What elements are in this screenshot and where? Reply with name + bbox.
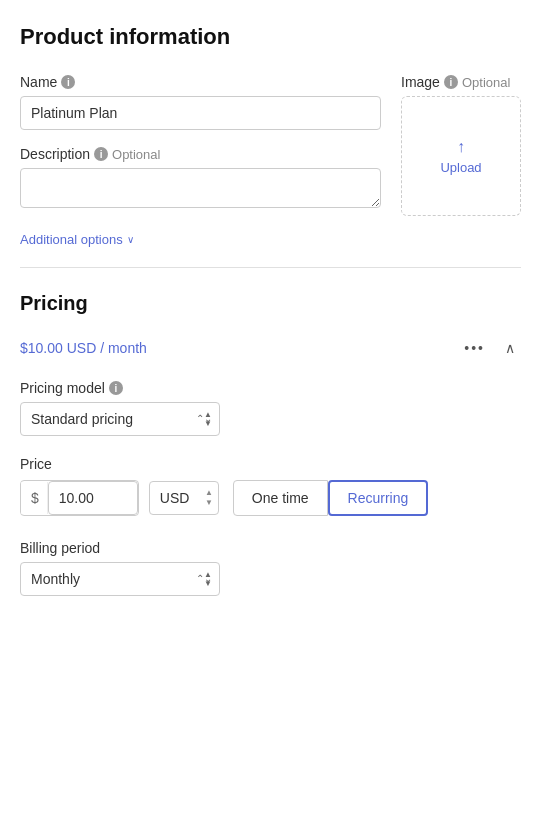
more-options-icon: ••• bbox=[464, 340, 485, 356]
currency-symbol: $ bbox=[21, 482, 48, 514]
additional-options-button[interactable]: Additional options ∨ bbox=[20, 232, 134, 247]
additional-options-chevron-icon: ∨ bbox=[127, 234, 134, 245]
billing-type-buttons: One time Recurring bbox=[233, 480, 429, 516]
price-display: $10.00 USD / month bbox=[20, 340, 147, 356]
description-info-icon: i bbox=[94, 147, 108, 161]
image-optional-label: Optional bbox=[462, 75, 510, 90]
pricing-model-select[interactable]: Standard pricing Package pricing Graduat… bbox=[20, 402, 220, 436]
description-label: Description i Optional bbox=[20, 146, 381, 162]
pricing-price-row: $10.00 USD / month ••• ∧ bbox=[20, 335, 521, 360]
one-time-button[interactable]: One time bbox=[233, 480, 328, 516]
billing-period-label: Billing period bbox=[20, 540, 521, 556]
upload-arrow-icon: ↑ bbox=[457, 138, 465, 156]
image-info-icon: i bbox=[444, 75, 458, 89]
currency-select[interactable]: USD EUR GBP CAD bbox=[149, 481, 219, 515]
price-field-wrapper: $ bbox=[20, 480, 139, 516]
pricing-collapse-button[interactable]: ∧ bbox=[499, 337, 521, 359]
price-label: Price bbox=[20, 456, 521, 472]
price-input-row: $ USD EUR GBP CAD ▲ ▼ One time Recurring bbox=[20, 480, 521, 516]
billing-period-group: Billing period Monthly Weekly Every 3 mo… bbox=[20, 540, 521, 596]
pricing-title: Pricing bbox=[20, 292, 521, 315]
price-input-group: Price $ USD EUR GBP CAD ▲ ▼ One time bbox=[20, 456, 521, 516]
recurring-button[interactable]: Recurring bbox=[328, 480, 429, 516]
billing-period-select[interactable]: Monthly Weekly Every 3 months Every 6 mo… bbox=[20, 562, 220, 596]
description-field-group: Description i Optional bbox=[20, 146, 381, 208]
pricing-actions: ••• ∧ bbox=[458, 335, 521, 360]
collapse-icon: ∧ bbox=[505, 340, 515, 356]
billing-period-select-wrapper: Monthly Weekly Every 3 months Every 6 mo… bbox=[20, 562, 220, 596]
description-optional-label: Optional bbox=[112, 147, 160, 162]
image-label: Image bbox=[401, 74, 440, 90]
image-upload-group: Image i Optional ↑ Upload bbox=[401, 74, 521, 216]
currency-select-wrapper: USD EUR GBP CAD ▲ ▼ bbox=[149, 481, 219, 515]
name-label: Name i bbox=[20, 74, 381, 90]
name-input[interactable] bbox=[20, 96, 381, 130]
pricing-model-label: Pricing model bbox=[20, 380, 105, 396]
product-form-top: Name i Description i Optional Image i Op… bbox=[20, 74, 521, 216]
pricing-more-options-button[interactable]: ••• bbox=[458, 335, 491, 360]
description-input[interactable] bbox=[20, 168, 381, 208]
image-upload-area[interactable]: ↑ Upload bbox=[401, 96, 521, 216]
name-info-icon: i bbox=[61, 75, 75, 89]
upload-label: Upload bbox=[440, 160, 481, 175]
pricing-model-group: Pricing model i Standard pricing Package… bbox=[20, 380, 521, 436]
price-number-input[interactable] bbox=[48, 481, 138, 515]
name-field-group: Name i bbox=[20, 74, 381, 130]
pricing-model-select-wrapper: Standard pricing Package pricing Graduat… bbox=[20, 402, 220, 436]
section-divider bbox=[20, 267, 521, 268]
page-title: Product information bbox=[20, 24, 521, 50]
pricing-model-info-icon: i bbox=[109, 381, 123, 395]
